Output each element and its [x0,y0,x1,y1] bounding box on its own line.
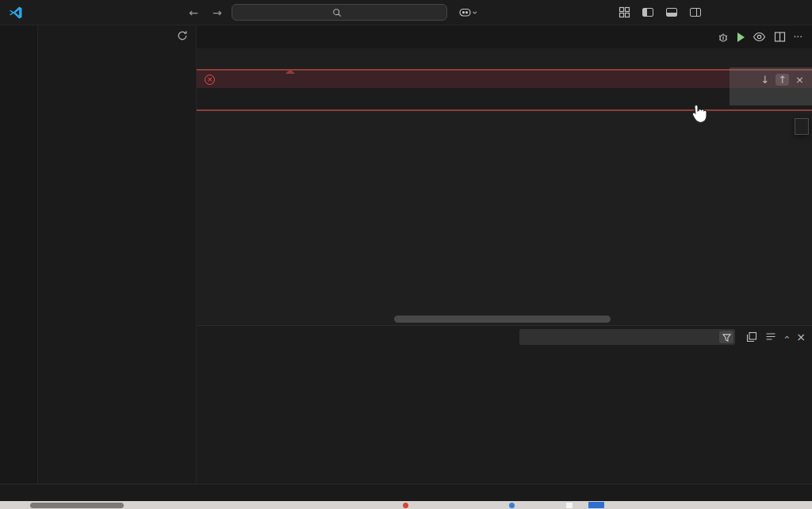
debug-icon[interactable] [717,31,730,44]
customize-layout-button[interactable] [614,2,634,23]
error-icon: × [205,75,215,85]
status-bar [0,484,812,501]
taskbar-white-square [566,503,573,508]
search-icon [332,8,342,17]
breadcrumb [197,48,812,66]
maximize-button[interactable] [744,1,776,25]
toggle-secondary-sidebar-button[interactable] [685,2,706,23]
run-icon[interactable] [737,33,745,42]
maximize-panel-icon[interactable]: › [780,335,792,339]
taskbar-blue-dot [509,503,515,508]
activity-bar [0,25,38,484]
panel: › × [197,325,812,484]
back-button[interactable]: ← [184,6,203,19]
filter-icon[interactable] [719,331,733,343]
taskbar-blue-square [588,502,604,508]
toggle-sidebar-button[interactable] [638,2,658,23]
menu-more[interactable] [33,10,48,16]
more-actions-icon[interactable]: ··· [794,32,802,43]
taskbar-search-pill [30,503,124,508]
vscode-window: ← → › [0,0,812,509]
taskbar-strip [0,501,812,509]
error-peek-widget: × ↓ ↑ × [197,69,812,111]
problems-list [197,348,812,484]
minimize-button[interactable] [709,1,741,25]
code-area[interactable]: × ↓ ↑ × [197,66,812,325]
peek-arrow [285,66,295,74]
mouse-cursor [690,104,707,124]
chevron-down-icon: › [469,10,481,14]
taskbar-red-dot [403,503,408,508]
minimap-slider[interactable] [730,67,812,105]
peek-problem-row[interactable] [197,88,812,109]
title-bar: ← → › [0,0,812,25]
split-editor-icon[interactable] [774,31,786,43]
toggle-panel-button[interactable] [661,2,682,23]
vscode-logo [8,5,24,21]
close-button[interactable] [779,1,810,25]
tab-bar: ··· [197,25,812,48]
refresh-icon[interactable] [177,30,188,41]
metadata-tree [38,46,196,484]
preview-icon[interactable] [753,31,766,43]
tooltip [795,118,809,135]
problems-filter-input[interactable] [519,329,735,345]
sidebar [38,25,197,484]
close-panel-icon[interactable]: × [796,331,806,343]
collapse-all-icon[interactable] [765,331,776,343]
horizontal-scrollbar[interactable] [394,316,611,323]
command-center[interactable] [232,4,447,21]
forward-button[interactable]: → [208,6,227,19]
view-as-table-icon[interactable] [746,331,757,343]
copilot-button[interactable]: › [458,6,477,18]
